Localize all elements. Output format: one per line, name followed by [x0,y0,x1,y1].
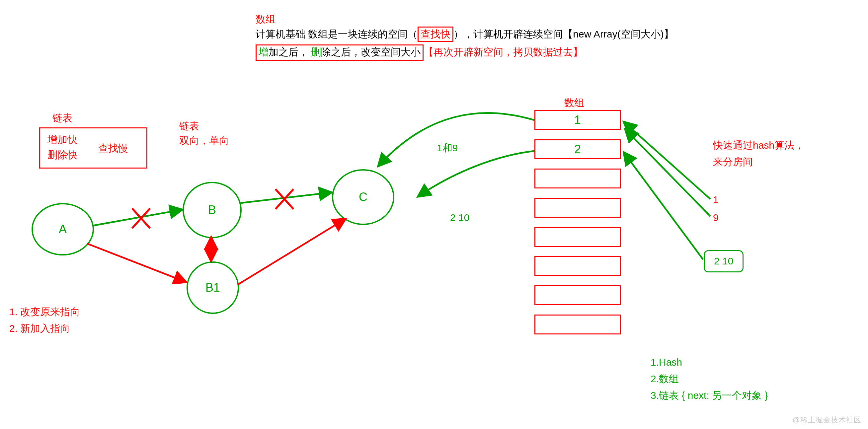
edge-b1-to-c [238,219,345,285]
edge-array1-to-c [378,113,534,166]
edge-array2-to-c [418,151,534,196]
header-array-title: 数组 [256,12,276,26]
array-cell-7 [534,315,621,334]
array-block-title: 数组 [564,96,584,110]
header-line1-prefix: 计算机基础 数组是一块连续的空间（ [256,29,417,39]
header-line1-highlight-box: 查找快 [417,27,454,42]
edge-a-to-b [93,210,182,226]
edge-b-to-c [240,192,331,203]
header-line2-del-after: 除之后，改变空间大小 [321,46,421,57]
edge-label-1-9: 1和9 [437,141,458,155]
hash-in-2-10-box: 2 10 [704,250,744,272]
edge-in210-to-cell2 [624,153,703,260]
svg-line-3 [276,189,293,209]
node-b1: B1 [187,261,239,314]
edge-a-to-b1 [87,243,186,282]
header-line2-brackets: 【再次开辟新空间，拷贝数据过去】 [424,46,583,57]
array-cell-0: 1 [534,110,621,130]
ll-step-1: 1. 改变原来指向 [9,305,80,319]
svg-line-0 [132,208,150,228]
edge-in1-to-cell1 [624,122,710,199]
node-b: B [183,182,242,238]
header-line2-add-after: 加之后， [269,46,308,57]
header-line2-del: 删 [311,46,321,57]
hash-desc-2: 来分房间 [713,155,753,169]
ll-find-slow: 查找慢 [98,142,128,155]
array-cell-3 [534,198,621,218]
header-line2-bracket-group: 增加之后， 删除之后，改变空间大小 [256,44,424,61]
hash-summary-3: 3.链表 { next: 另一个对象 } [651,389,768,402]
ll-step-2: 2. 新加入指向 [9,322,70,335]
linked-list-sub-title: 链表 [179,120,199,133]
node-a: A [32,203,94,256]
header-line1: 计算机基础 数组是一块连续的空间（查找快），计算机开辟连续空间【new Arra… [256,27,674,42]
edge-label-2-10: 2 10 [450,211,469,225]
ll-del-fast: 删除快 [48,148,78,162]
array-cell-6 [534,285,621,305]
svg-line-2 [276,189,293,209]
hash-in-9: 9 [713,211,719,225]
svg-line-1 [132,208,150,228]
header-line1-suffix: ），计算机开辟连续空间【new Array(空间大小)】 [454,29,674,39]
node-c: C [332,169,394,225]
watermark: @稀土掘金技术社区 [793,415,861,425]
edge-in9-to-cell1 [625,129,710,216]
hash-desc-1: 快速通过hash算法， [713,139,804,152]
array-cell-2 [534,169,621,189]
header-line2: 增加之后， 删除之后，改变空间大小 【再次开辟新空间，拷贝数据过去】 [256,44,583,61]
array-cell-1: 2 [534,139,621,159]
cross-b-c [276,189,293,209]
linked-list-property-box: 增加快 删除快 查找慢 [39,127,147,169]
ll-add-fast: 增加快 [48,133,78,147]
cross-a-b [132,208,150,228]
linked-list-label: 链表 [53,111,72,125]
array-cell-5 [534,256,621,276]
header-line2-add: 增 [258,46,269,57]
hash-in-1: 1 [713,193,719,207]
diagram-overlay [0,0,868,429]
linked-list-sub-direction: 双向，单向 [179,134,229,147]
array-cell-4 [534,227,621,247]
hash-summary-1: 1.Hash [651,356,682,369]
hash-summary-2: 2.数组 [651,372,679,386]
